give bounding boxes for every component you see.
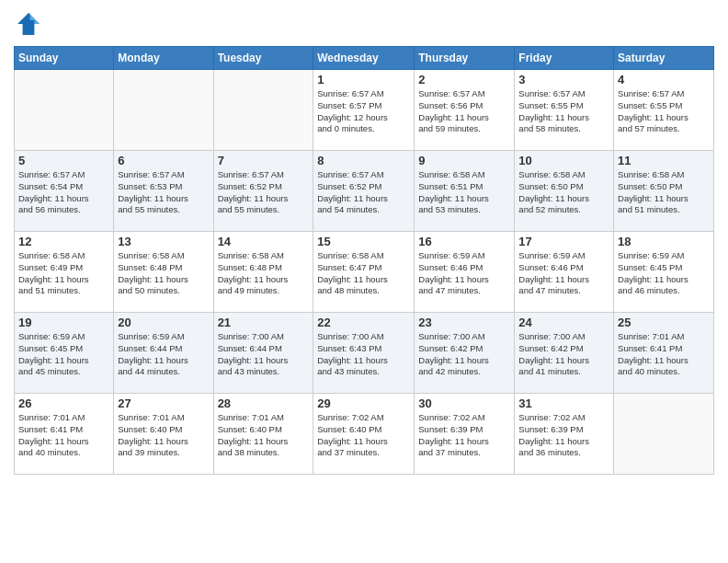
day-info: Sunrise: 6:59 AM Sunset: 6:44 PM Dayligh… [118,331,209,378]
week-row-2: 5Sunrise: 6:57 AM Sunset: 6:54 PM Daylig… [15,151,714,232]
day-number: 25 [618,316,710,329]
day-number: 24 [518,316,609,329]
weekday-header-wednesday: Wednesday [313,47,415,70]
calendar-cell: 14Sunrise: 6:58 AM Sunset: 6:48 PM Dayli… [213,232,313,313]
weekday-header-row: SundayMondayTuesdayWednesdayThursdayFrid… [15,47,714,70]
day-number: 16 [418,235,510,248]
day-number: 3 [518,73,609,86]
week-row-5: 26Sunrise: 7:01 AM Sunset: 6:41 PM Dayli… [15,394,714,475]
day-info: Sunrise: 6:57 AM Sunset: 6:52 PM Dayligh… [317,169,410,216]
day-number: 17 [518,235,609,248]
day-number: 30 [418,396,510,410]
day-number: 4 [618,73,710,86]
calendar-cell: 15Sunrise: 6:58 AM Sunset: 6:47 PM Dayli… [313,232,415,313]
logo [14,9,47,39]
day-info: Sunrise: 6:57 AM Sunset: 6:55 PM Dayligh… [518,88,609,135]
calendar-cell: 30Sunrise: 7:02 AM Sunset: 6:39 PM Dayli… [415,394,515,475]
calendar-cell: 18Sunrise: 6:59 AM Sunset: 6:45 PM Dayli… [614,232,714,313]
day-info: Sunrise: 7:02 AM Sunset: 6:39 PM Dayligh… [418,412,510,459]
calendar-cell [15,70,114,151]
day-info: Sunrise: 7:00 AM Sunset: 6:42 PM Dayligh… [418,331,510,378]
day-number: 9 [418,154,510,167]
day-info: Sunrise: 6:57 AM Sunset: 6:55 PM Dayligh… [618,88,710,135]
day-info: Sunrise: 7:00 AM Sunset: 6:43 PM Dayligh… [317,331,410,378]
calendar-cell [213,70,313,151]
day-number: 1 [317,73,410,86]
calendar-cell: 16Sunrise: 6:59 AM Sunset: 6:46 PM Dayli… [415,232,515,313]
calendar-cell: 31Sunrise: 7:02 AM Sunset: 6:39 PM Dayli… [515,394,614,475]
calendar-cell: 10Sunrise: 6:58 AM Sunset: 6:50 PM Dayli… [515,151,614,232]
day-info: Sunrise: 7:02 AM Sunset: 6:39 PM Dayligh… [518,412,609,459]
day-number: 7 [218,154,310,167]
day-number: 15 [317,235,410,248]
day-number: 18 [618,235,710,248]
day-number: 28 [218,396,310,410]
day-info: Sunrise: 6:58 AM Sunset: 6:51 PM Dayligh… [418,169,510,216]
day-number: 19 [18,316,109,329]
calendar-cell: 24Sunrise: 7:00 AM Sunset: 6:42 PM Dayli… [515,313,614,394]
calendar-cell [114,70,213,151]
header [14,9,714,39]
day-info: Sunrise: 6:58 AM Sunset: 6:48 PM Dayligh… [118,250,209,297]
weekday-header-thursday: Thursday [415,47,515,70]
logo-icon [14,9,43,39]
calendar-cell: 4Sunrise: 6:57 AM Sunset: 6:55 PM Daylig… [614,70,714,151]
calendar-cell: 5Sunrise: 6:57 AM Sunset: 6:54 PM Daylig… [15,151,114,232]
weekday-header-tuesday: Tuesday [213,47,313,70]
calendar-cell: 1Sunrise: 6:57 AM Sunset: 6:57 PM Daylig… [313,70,415,151]
day-info: Sunrise: 6:58 AM Sunset: 6:50 PM Dayligh… [618,169,710,216]
week-row-3: 12Sunrise: 6:58 AM Sunset: 6:49 PM Dayli… [15,232,714,313]
week-row-1: 1Sunrise: 6:57 AM Sunset: 6:57 PM Daylig… [15,70,714,151]
day-info: Sunrise: 6:58 AM Sunset: 6:49 PM Dayligh… [18,250,109,297]
calendar-cell: 9Sunrise: 6:58 AM Sunset: 6:51 PM Daylig… [415,151,515,232]
day-number: 13 [118,235,209,248]
calendar-cell: 19Sunrise: 6:59 AM Sunset: 6:45 PM Dayli… [15,313,114,394]
day-info: Sunrise: 6:58 AM Sunset: 6:50 PM Dayligh… [518,169,609,216]
calendar-cell: 20Sunrise: 6:59 AM Sunset: 6:44 PM Dayli… [114,313,213,394]
calendar-cell: 11Sunrise: 6:58 AM Sunset: 6:50 PM Dayli… [614,151,714,232]
calendar-cell: 28Sunrise: 7:01 AM Sunset: 6:40 PM Dayli… [213,394,313,475]
day-number: 22 [317,316,410,329]
weekday-header-saturday: Saturday [614,47,714,70]
day-info: Sunrise: 7:01 AM Sunset: 6:41 PM Dayligh… [18,412,109,459]
day-info: Sunrise: 7:01 AM Sunset: 6:40 PM Dayligh… [118,412,209,459]
day-info: Sunrise: 6:57 AM Sunset: 6:52 PM Dayligh… [218,169,310,216]
calendar-cell: 29Sunrise: 7:02 AM Sunset: 6:40 PM Dayli… [313,394,415,475]
day-number: 31 [518,396,609,410]
calendar-cell: 7Sunrise: 6:57 AM Sunset: 6:52 PM Daylig… [213,151,313,232]
day-number: 29 [317,396,410,410]
day-info: Sunrise: 7:00 AM Sunset: 6:44 PM Dayligh… [218,331,310,378]
day-info: Sunrise: 6:57 AM Sunset: 6:57 PM Dayligh… [317,88,410,135]
day-info: Sunrise: 6:57 AM Sunset: 6:56 PM Dayligh… [418,88,510,135]
day-info: Sunrise: 7:01 AM Sunset: 6:40 PM Dayligh… [218,412,310,459]
week-row-4: 19Sunrise: 6:59 AM Sunset: 6:45 PM Dayli… [15,313,714,394]
calendar-cell: 26Sunrise: 7:01 AM Sunset: 6:41 PM Dayli… [15,394,114,475]
day-info: Sunrise: 7:00 AM Sunset: 6:42 PM Dayligh… [518,331,609,378]
calendar-cell: 3Sunrise: 6:57 AM Sunset: 6:55 PM Daylig… [515,70,614,151]
calendar-cell: 12Sunrise: 6:58 AM Sunset: 6:49 PM Dayli… [15,232,114,313]
weekday-header-monday: Monday [114,47,213,70]
day-number: 8 [317,154,410,167]
day-number: 27 [118,396,209,410]
calendar-cell: 6Sunrise: 6:57 AM Sunset: 6:53 PM Daylig… [114,151,213,232]
calendar-table: SundayMondayTuesdayWednesdayThursdayFrid… [14,46,714,475]
day-number: 11 [618,154,710,167]
day-number: 5 [18,154,109,167]
day-number: 21 [218,316,310,329]
calendar-cell: 13Sunrise: 6:58 AM Sunset: 6:48 PM Dayli… [114,232,213,313]
day-number: 20 [118,316,209,329]
day-info: Sunrise: 6:59 AM Sunset: 6:46 PM Dayligh… [418,250,510,297]
day-info: Sunrise: 6:59 AM Sunset: 6:45 PM Dayligh… [18,331,109,378]
day-info: Sunrise: 6:58 AM Sunset: 6:47 PM Dayligh… [317,250,410,297]
day-info: Sunrise: 6:59 AM Sunset: 6:46 PM Dayligh… [518,250,609,297]
day-info: Sunrise: 7:01 AM Sunset: 6:41 PM Dayligh… [618,331,710,378]
calendar-cell: 23Sunrise: 7:00 AM Sunset: 6:42 PM Dayli… [415,313,515,394]
calendar-cell: 22Sunrise: 7:00 AM Sunset: 6:43 PM Dayli… [313,313,415,394]
day-info: Sunrise: 6:57 AM Sunset: 6:54 PM Dayligh… [18,169,109,216]
day-info: Sunrise: 6:58 AM Sunset: 6:48 PM Dayligh… [218,250,310,297]
page-container: SundayMondayTuesdayWednesdayThursdayFrid… [0,0,728,484]
day-number: 14 [218,235,310,248]
calendar-cell: 8Sunrise: 6:57 AM Sunset: 6:52 PM Daylig… [313,151,415,232]
day-number: 2 [418,73,510,86]
weekday-header-friday: Friday [515,47,614,70]
